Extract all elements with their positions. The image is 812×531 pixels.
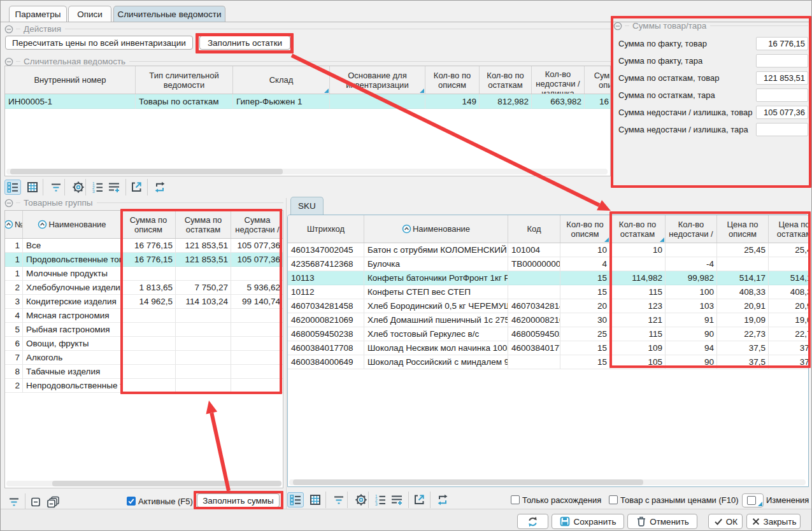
groups-toolbar-add-to-list-button[interactable]	[107, 180, 121, 194]
sku-toolbar-grid-button[interactable]	[308, 493, 322, 507]
cell	[508, 355, 560, 369]
cell-value: 10113	[291, 273, 315, 283]
column-header[interactable]: Штрихкод	[288, 215, 364, 243]
sort-up-icon	[38, 220, 47, 229]
check-icon	[713, 516, 723, 527]
cell-value: 20	[597, 301, 607, 311]
cancel-button[interactable]: Отменить	[627, 514, 697, 529]
tab-parameters[interactable]: Параметры	[9, 6, 67, 22]
refresh-icon	[153, 181, 166, 194]
h-scrollbar-thumb[interactable]	[10, 169, 283, 174]
recalc-prices-button[interactable]: Пересчитать цены по всей инвентаризации	[5, 36, 193, 50]
column-header[interactable]: Код	[508, 215, 560, 243]
diff-prices-checkbox[interactable]	[609, 495, 618, 504]
cell-value: 15	[597, 287, 607, 297]
groups-footer-filter-button[interactable]	[7, 495, 21, 509]
cell-value: Рыбная гастрономия	[26, 325, 110, 334]
column-header[interactable]: Сумма по описям	[585, 66, 610, 94]
column-header[interactable]: №	[5, 211, 23, 238]
collapse-group-icon[interactable]	[4, 25, 13, 34]
column-header[interactable]: Наименование	[23, 211, 122, 238]
panel-splitter[interactable]	[286, 198, 287, 509]
sku-toolbar-list-view-button[interactable]	[287, 492, 304, 507]
groups-toolbar-refresh-button[interactable]	[153, 180, 167, 194]
tab-comparison-statements[interactable]: Сличительные ведомости	[113, 6, 225, 22]
table-row[interactable]: ИН00005-1Товары по остаткамГипер-Фьюжен …	[5, 94, 610, 109]
groups-group-caption: Товарные группы	[4, 198, 283, 208]
cell-value: 2	[15, 381, 20, 390]
column-header[interactable]: Кол-во по описям	[560, 215, 610, 243]
cell: 149	[425, 94, 480, 109]
sku-toolbar-settings-button[interactable]	[354, 493, 368, 507]
cell-value: 2	[15, 283, 20, 292]
cell-value: 1	[15, 241, 20, 250]
tab-label: Описи	[77, 10, 103, 19]
refresh-icon	[527, 516, 539, 528]
cell-value: Хлеб тостовый Геркулес в/с	[367, 329, 479, 339]
refresh-button[interactable]	[517, 514, 548, 529]
collapse-group-icon[interactable]	[4, 199, 13, 208]
column-header-label: Сумма по описям	[585, 71, 610, 90]
sku-toolbar-numbered-list-button[interactable]: 123	[373, 493, 387, 507]
ok-button[interactable]: ОК	[708, 514, 743, 529]
only-discrepancies-checkbox[interactable]	[511, 495, 520, 504]
groups-footer-collapse-button[interactable]	[29, 495, 43, 509]
column-header[interactable]: Тип сличительной ведомости	[136, 66, 233, 94]
sku-toolbar-open-external-button[interactable]	[412, 493, 426, 507]
column-header-label: Внутренний номер	[34, 75, 106, 85]
column-header[interactable]: Наименование	[364, 215, 508, 243]
cell: 15	[560, 355, 610, 369]
cell: Непродовольственные товары	[23, 379, 122, 393]
h-scrollbar-thumb[interactable]	[293, 479, 643, 485]
column-header-label: Код	[527, 224, 541, 234]
close-button[interactable]: Закрыть	[746, 514, 801, 529]
close-icon	[751, 516, 761, 527]
groups-toolbar-numbered-list-button[interactable]: 123	[90, 180, 104, 194]
groups-toolbar-filter-button[interactable]	[49, 180, 63, 194]
collapse-group-icon[interactable]	[4, 57, 13, 66]
sku-toolbar-refresh-button[interactable]	[436, 493, 450, 507]
active-f5-checkbox[interactable]	[127, 497, 136, 506]
column-header[interactable]: Основание для инвентаризации	[330, 66, 425, 94]
cell: 15	[560, 271, 610, 285]
column-header[interactable]: Кол-во недостачи / излишка	[532, 66, 585, 94]
sku-toolbar-add-to-list-button[interactable]	[390, 493, 404, 507]
column-header[interactable]: Склад	[233, 66, 330, 94]
cell-value: Шоколад Российский с миндалем 90	[367, 357, 508, 367]
tab-inventories[interactable]: Описи	[68, 6, 111, 22]
groups-toolbar-list-view-button[interactable]	[4, 180, 21, 195]
toolbar-separator	[147, 179, 148, 195]
annotation-box-sums-panel	[611, 16, 811, 188]
tab-label: Параметры	[15, 10, 61, 19]
groups-toolbar-settings-button[interactable]	[71, 180, 85, 194]
groups-toolbar-open-external-button[interactable]	[129, 180, 143, 194]
add-to-list-icon	[390, 493, 403, 506]
cell-value: 15	[597, 357, 607, 367]
changes-checkbox[interactable]	[747, 496, 756, 505]
groups-toolbar-grid-button[interactable]	[25, 180, 39, 194]
groups-footer-collapse-all-button[interactable]	[45, 495, 61, 509]
cell-value: 1	[15, 255, 20, 264]
cell: Молочные продукты	[23, 267, 122, 281]
statement-table-header: Внутренний номерТип сличительной ведомос…	[5, 66, 610, 94]
tab-sku[interactable]: SKU	[290, 197, 324, 215]
cell: 4235687412368	[288, 257, 364, 271]
list-view-icon	[6, 181, 19, 194]
cell-value: Булочка	[367, 259, 400, 269]
cell-value: 4601347002045	[291, 245, 353, 255]
column-header[interactable]: Кол-во по остаткам	[480, 66, 532, 94]
cell: ИН00005-1	[5, 94, 136, 109]
cell: 4	[560, 257, 610, 271]
cell: Овощи, фрукты	[23, 337, 122, 351]
sku-toolbar-filter-button[interactable]	[332, 493, 346, 507]
h-scrollbar-thumb[interactable]	[52, 481, 281, 486]
save-button[interactable]: Сохранить	[552, 514, 624, 529]
column-header[interactable]: Внутренний номер	[5, 66, 136, 94]
column-header[interactable]: Кол-во по описям	[425, 66, 480, 94]
cell-value: 10112	[291, 287, 315, 297]
changes-dropdown-button[interactable]	[742, 493, 764, 507]
cell-value: 4607034281458	[511, 301, 560, 311]
cell: 1	[5, 239, 23, 253]
cell-value: Табачные изделия	[26, 367, 100, 376]
bottom-action-bar: СохранитьОтменитьОКЗакрыть	[1, 509, 811, 530]
